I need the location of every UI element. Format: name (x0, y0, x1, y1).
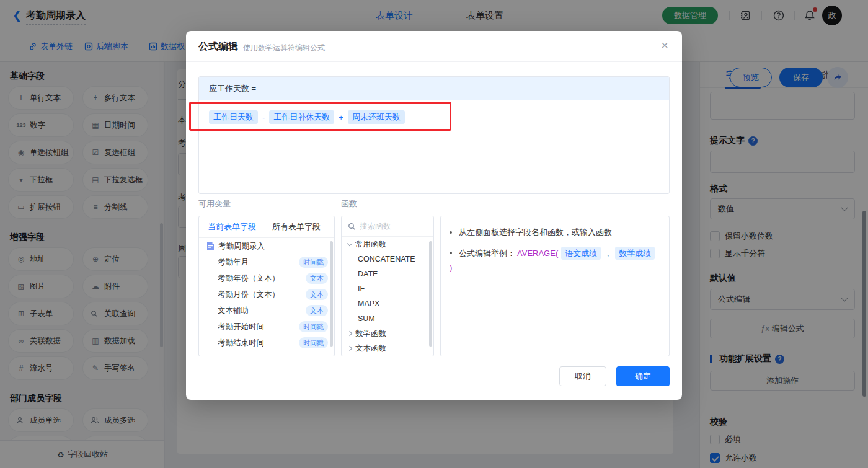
variable-row[interactable]: 考勤开始时间时间戳 (199, 319, 334, 335)
formula-editor-modal: 公式编辑 使用数学运算符编辑公式 × 应工作天数 = 工作日天数 - 工作日补休… (186, 31, 682, 400)
search-icon (348, 223, 356, 231)
function-group-text[interactable]: 文本函数 (342, 341, 433, 356)
functions-panel: 常用函数 CONCATENATE DATE IF MAPX SUM 数学函数 文… (341, 216, 434, 356)
confirm-button[interactable]: 确定 (616, 366, 670, 386)
variables-scrollbar[interactable] (330, 241, 333, 347)
chevron-right-icon (347, 346, 352, 351)
type-badge: 文本 (306, 273, 328, 284)
modal-footer: 取消 确定 (559, 366, 670, 386)
function-group-common[interactable]: 常用函数 (342, 237, 433, 252)
variable-row[interactable]: 考勤结束时间时间戳 (199, 335, 334, 351)
variable-row[interactable]: 考勤年月时间戳 (199, 254, 334, 270)
formula-operator: + (339, 113, 343, 122)
help-panel: 从左侧面板选择字段名和函数，或输入函数 公式编辑举例： AVERAGE( 语文成… (440, 216, 670, 356)
form-doc-icon (206, 242, 215, 250)
example-field-pill: 语文成绩 (561, 247, 601, 260)
type-badge: 时间戳 (299, 337, 328, 348)
variable-row[interactable]: 考勤月份（文本）文本 (199, 286, 334, 302)
modal-subtitle: 使用数学运算符编辑公式 (243, 43, 325, 53)
help-line-2: 公式编辑举例： AVERAGE( 语文成绩 ， 数学成绩 ) (450, 247, 660, 274)
function-search[interactable] (342, 216, 433, 237)
example-function-name: AVERAGE( (517, 247, 558, 260)
cancel-button[interactable]: 取消 (559, 366, 606, 386)
function-search-input[interactable] (360, 222, 422, 231)
formula-field-token[interactable]: 工作日天数 (209, 110, 258, 124)
formula-operator: - (262, 113, 265, 122)
formula-field-token[interactable]: 周末还班天数 (348, 110, 405, 124)
function-item[interactable]: SUM (342, 311, 433, 326)
variable-row[interactable]: 文本辅助文本 (199, 302, 334, 319)
function-item[interactable]: IF (342, 281, 433, 296)
type-badge: 文本 (306, 305, 328, 316)
modal-title: 公式编辑 (198, 40, 238, 53)
formula-editor-area[interactable]: 应工作天数 = 工作日天数 - 工作日补休天数 + 周末还班天数 (198, 76, 670, 194)
formula-target: 应工作天数 = (199, 77, 669, 100)
functions-label: 函数 (341, 198, 357, 210)
close-icon[interactable]: × (661, 39, 668, 51)
chevron-right-icon (347, 331, 352, 336)
function-item[interactable]: DATE (342, 267, 433, 281)
app-root: ❮ 考勤周期录入 表单设计 表单设置 数据管理 政 (0, 0, 868, 468)
functions-scrollbar[interactable] (429, 241, 432, 347)
tab-all-form-fields[interactable]: 所有表单字段 (272, 221, 321, 232)
function-item[interactable]: MAPX (342, 296, 433, 311)
type-badge: 时间戳 (299, 321, 328, 332)
variable-row[interactable]: 考勤年份（文本）文本 (199, 270, 334, 286)
modal-header: 公式编辑 使用数学运算符编辑公式 × (186, 31, 682, 62)
chevron-down-icon (347, 241, 352, 245)
variables-root-row[interactable]: 考勤周期录入 (199, 238, 334, 254)
tab-current-form-fields[interactable]: 当前表单字段 (208, 221, 256, 232)
variables-tabs: 当前表单字段 所有表单字段 (199, 216, 334, 238)
type-badge: 文本 (306, 289, 328, 300)
type-badge: 时间戳 (299, 257, 328, 268)
variable-row-partial[interactable] (199, 351, 334, 356)
formula-field-token[interactable]: 工作日补休天数 (269, 110, 334, 124)
formula-expression[interactable]: 工作日天数 - 工作日补休天数 + 周末还班天数 (199, 100, 669, 135)
variables-label: 可用变量 (198, 198, 231, 210)
example-field-pill: 数学成绩 (615, 247, 655, 260)
function-item[interactable]: CONCATENATE (342, 252, 433, 267)
variables-panel: 当前表单字段 所有表单字段 考勤周期录入 考勤年月时间戳 考勤年份（文本）文本 … (198, 216, 335, 356)
help-line-1: 从左侧面板选择字段名和函数，或输入函数 (450, 226, 660, 239)
function-group-math[interactable]: 数学函数 (342, 326, 433, 341)
